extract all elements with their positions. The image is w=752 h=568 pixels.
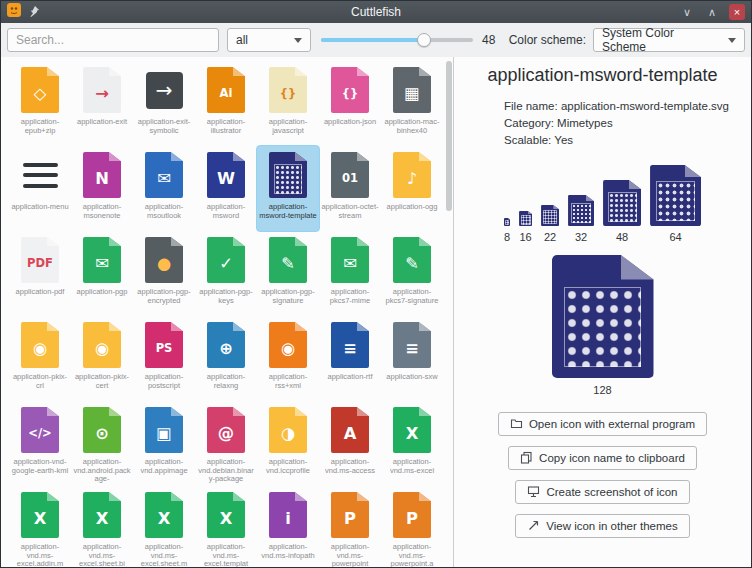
size-value: 48 — [482, 33, 495, 47]
icon-grid-item[interactable]: ●application-pgp-encrypted — [133, 231, 195, 316]
icon-grid-item[interactable]: ✉application-msoutlook — [133, 146, 195, 231]
application-vnd.ms-infopath-icon: i — [269, 489, 307, 541]
application-msword-icon: W — [207, 149, 245, 201]
icon-grid-label: application-pkcs7-signature — [383, 288, 441, 305]
icon-grid-item[interactable]: Aapplication-vnd.ms-access — [319, 401, 381, 486]
icon-grid-item[interactable]: Wapplication-msword — [195, 146, 257, 231]
app-icon — [7, 3, 21, 21]
icon-grid-item[interactable]: →application-exit — [71, 61, 133, 146]
icon-grid-item[interactable]: Xapplication-vnd.ms-excel — [381, 401, 443, 486]
icon-grid-label: application-pkix-crl — [11, 373, 69, 390]
application-menu-icon — [23, 149, 58, 201]
icon-grid-item[interactable]: application-msword-template — [257, 146, 319, 231]
icon-grid-item[interactable]: Xapplication-vnd.ms-excel.templat — [195, 486, 257, 568]
icon-grid-item[interactable]: @application-vnd.debian.binary-package — [195, 401, 257, 486]
icon-grid-item[interactable]: PSapplication-postscript — [133, 316, 195, 401]
icon-grid-item[interactable]: Napplication-msonenote — [71, 146, 133, 231]
preview-size-label: 22 — [544, 231, 556, 243]
search-input[interactable] — [7, 28, 219, 52]
view-themes-button[interactable]: View icon in other themes — [515, 514, 689, 538]
icon-grid-item[interactable]: Papplication-vnd.ms-powerpoint.a — [381, 486, 443, 568]
application-msoutlook-icon: ✉ — [145, 149, 183, 201]
icon-grid-item[interactable]: iapplication-vnd.ms-infopath — [257, 486, 319, 568]
icon-grid-label: application-msword-template — [259, 203, 317, 220]
icon-grid-item[interactable]: ≡application-sxw — [381, 316, 443, 401]
icon-grid-label: application-json — [321, 118, 379, 127]
icon-preview-48: 48 — [603, 180, 641, 243]
icon-grid-item[interactable]: Aiapplication-illustrator — [195, 61, 257, 146]
folder-open-icon — [510, 417, 523, 432]
icon-grid-label: application-sxw — [383, 373, 441, 382]
close-button[interactable]: × — [729, 4, 745, 20]
application-illustrator-icon: Ai — [207, 64, 245, 116]
icon-grid-item[interactable]: ✓application-pgp-keys — [195, 231, 257, 316]
screenshot-button[interactable]: Create screenshot of icon — [515, 480, 689, 504]
color-scheme-label: Color scheme: — [509, 33, 586, 47]
icon-grid-item[interactable]: Xapplication-vnd.ms-excel.addin.m — [9, 486, 71, 568]
icon-grid-item[interactable]: {}application-javascript — [257, 61, 319, 146]
toolbar: all 48 Color scheme: System Color Scheme — [1, 23, 751, 57]
titlebar[interactable]: Cuttlefish ∨ ∧ × — [1, 1, 751, 23]
icon-preview-16: 16 — [519, 211, 532, 243]
icon-grid-item[interactable]: ◉application-pkix-crl — [9, 316, 71, 401]
application-vnd.android.package--icon: ⊙ — [83, 404, 121, 456]
icon-grid-item[interactable]: ◑application-vnd.iccprofile — [257, 401, 319, 486]
icon-grid-item[interactable]: ◉application-pkix-cert — [71, 316, 133, 401]
preview-size-label: 48 — [616, 231, 628, 243]
color-scheme-dropdown[interactable]: System Color Scheme — [593, 28, 745, 52]
scrollbar[interactable] — [445, 59, 453, 567]
icon-grid-label: application-pgp-encrypted — [135, 288, 193, 305]
icon-grid-item[interactable]: </>application-vnd-google-earth-kml — [9, 401, 71, 486]
icon-grid-item[interactable]: ✎application-pkcs7-signature — [381, 231, 443, 316]
maximize-button[interactable]: ∧ — [704, 4, 720, 20]
application-vnd.ms-powerpoint-icon: P — [331, 489, 369, 541]
icon-grid-item[interactable]: ⊕application-relaxng — [195, 316, 257, 401]
icon-grid-item[interactable]: {}application-json — [319, 61, 381, 146]
icon-grid-item[interactable]: ✎application-pgp-signature — [257, 231, 319, 316]
icon-grid-label: application-rtf — [321, 373, 379, 382]
icon-grid-item[interactable]: →application-exit-symbolic — [133, 61, 195, 146]
copy-name-button[interactable]: Copy icon name to clipboard — [508, 446, 697, 470]
icon-grid-label: application-vnd.ms-excel.templat — [197, 543, 255, 568]
slider-handle[interactable] — [417, 33, 431, 47]
size-slider[interactable] — [321, 28, 473, 52]
icon-grid-label: application-exit — [73, 118, 131, 127]
scrollbar-thumb[interactable] — [446, 61, 452, 211]
application-vnd.ms-excel-icon: X — [393, 404, 431, 456]
icon-grid-item[interactable]: ◇application-epub+zip — [9, 61, 71, 146]
field-file-name: File name: application-msword-template.s… — [504, 98, 729, 115]
application-pkix-cert-icon: ◉ — [83, 319, 121, 371]
icon-grid-item[interactable]: ▣application-vnd.appimage — [133, 401, 195, 486]
icon-grid-label: application-vnd-google-earth-kml — [11, 458, 69, 475]
icon-grid-item[interactable]: 01application-octet-stream — [319, 146, 381, 231]
icon-grid-item[interactable]: Papplication-vnd.ms-powerpoint — [319, 486, 381, 568]
icon-grid-item[interactable]: Xapplication-vnd.ms-excel.sheet.bi — [71, 486, 133, 568]
icon-grid-item[interactable]: application-menu — [9, 146, 71, 231]
application-pgp-keys-icon: ✓ — [207, 234, 245, 286]
icon-grid-item[interactable]: ✉application-pgp — [71, 231, 133, 316]
window-title: Cuttlefish — [1, 5, 751, 19]
icon-grid-label: application-vnd.ms-excel.sheet.m — [135, 543, 193, 568]
icon-grid-item[interactable]: ▦application-mac-binhex40 — [381, 61, 443, 146]
filter-dropdown[interactable]: all — [227, 28, 311, 52]
icon-grid-item[interactable]: ♪application-ogg — [381, 146, 443, 231]
icon-grid-label: application-ogg — [383, 203, 441, 212]
size-previews: 81622324864 — [504, 165, 701, 243]
icon-grid-label: application-vnd.ms-excel.addin.m — [11, 543, 69, 568]
pin-icon[interactable] — [28, 3, 40, 21]
icon-preview-8: 8 — [504, 218, 510, 243]
cuttlefish-window: Cuttlefish ∨ ∧ × all 48 Color scheme: Sy… — [0, 0, 752, 568]
application-vnd.debian.binary-package-icon: @ — [207, 404, 245, 456]
icon-grid-item[interactable]: ◉application-rss+xml — [257, 316, 319, 401]
icon-grid-label: application-pdf — [11, 288, 69, 297]
minimize-button[interactable]: ∨ — [679, 4, 695, 20]
slider-track[interactable] — [321, 38, 473, 42]
application-pkcs7-signature-icon: ✎ — [393, 234, 431, 286]
open-external-button[interactable]: Open icon with external program — [498, 412, 707, 436]
icon-grid-item[interactable]: ⊙application-vnd.android.package- — [71, 401, 133, 486]
application-ogg-icon: ♪ — [393, 149, 431, 201]
icon-grid-item[interactable]: ✉application-pkcs7-mime — [319, 231, 381, 316]
icon-grid-item[interactable]: ≡application-rtf — [319, 316, 381, 401]
icon-grid-item[interactable]: Xapplication-vnd.ms-excel.sheet.m — [133, 486, 195, 568]
icon-grid-item[interactable]: PDFapplication-pdf — [9, 231, 71, 316]
